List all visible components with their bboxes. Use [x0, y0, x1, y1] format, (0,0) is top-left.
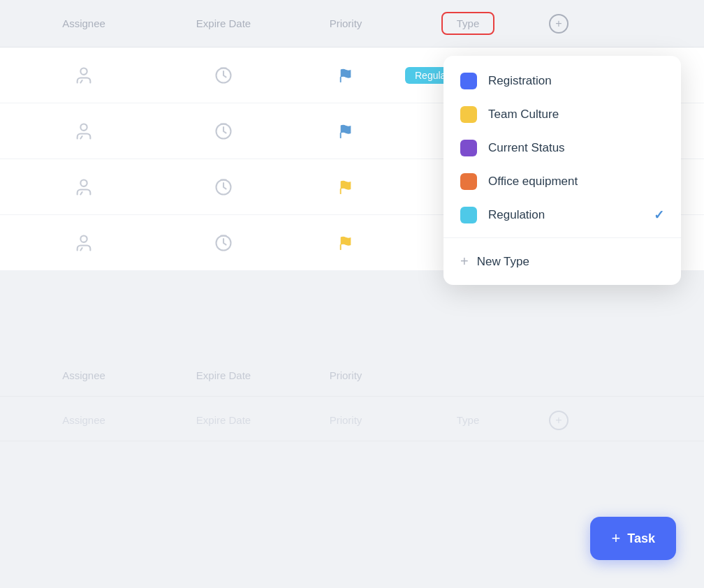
cell-expire: [154, 122, 293, 141]
dropdown-item-registration[interactable]: Registration: [443, 64, 681, 98]
section2-expire: Expire Date: [154, 414, 293, 426]
flag-yellow-icon: [338, 179, 353, 195]
header-assignee: Assignee: [14, 17, 154, 29]
section-header-1: Assignee Expire Date Priority: [0, 355, 704, 397]
clock-icon: [214, 122, 233, 141]
flag-yellow-icon: [338, 235, 353, 251]
cell-priority: [293, 235, 398, 251]
flag-blue-icon: [338, 68, 353, 83]
header-add-button[interactable]: +: [538, 14, 580, 34]
checkmark-icon: ✓: [654, 207, 664, 223]
svg-point-0: [80, 68, 87, 74]
cell-priority: [293, 179, 398, 195]
svg-point-12: [80, 235, 87, 242]
person-icon: [74, 122, 94, 141]
flag-blue-icon: [338, 124, 353, 139]
dropdown-item-regulation[interactable]: Regulation ✓: [443, 198, 681, 232]
cell-assignee: [14, 233, 154, 253]
section2-add: +: [538, 411, 580, 430]
add-column-icon-2[interactable]: +: [549, 411, 569, 430]
cell-priority: [293, 68, 398, 83]
section-assignee: Assignee: [14, 369, 154, 381]
clock-icon: [214, 66, 233, 85]
cell-assignee: [14, 177, 154, 197]
header-priority: Priority: [293, 17, 398, 29]
person-icon: [74, 66, 94, 85]
cell-assignee: [14, 122, 154, 141]
color-dot-blue: [460, 73, 477, 89]
table-header: Assignee Expire Date Priority Type +: [0, 0, 704, 47]
dropdown-item-team-culture[interactable]: Team Culture: [443, 98, 681, 131]
cell-expire: [154, 177, 293, 197]
dropdown-divider: [443, 237, 681, 238]
color-dot-purple: [460, 140, 477, 156]
section2-type: Type: [398, 414, 538, 426]
cell-assignee: [14, 66, 154, 85]
svg-point-4: [80, 124, 87, 130]
color-dot-orange: [460, 173, 477, 190]
section-expire: Expire Date: [154, 369, 293, 381]
person-icon: [74, 233, 94, 253]
dropdown-item-current-status[interactable]: Current Status: [443, 131, 681, 165]
type-header-box[interactable]: Type: [441, 12, 495, 35]
table-container: Assignee Expire Date Priority Type +: [0, 0, 704, 588]
fab-plus-icon: +: [611, 529, 620, 547]
clock-icon: [214, 233, 233, 253]
add-column-icon[interactable]: +: [549, 14, 569, 34]
type-dropdown-menu: Registration Team Culture Current Status…: [443, 56, 681, 285]
section2-priority: Priority: [293, 414, 398, 426]
dropdown-items-list: Registration Team Culture Current Status…: [443, 56, 681, 285]
plus-icon: +: [460, 253, 469, 270]
section-header-2: Assignee Expire Date Priority Type +: [0, 399, 704, 441]
dropdown-item-office-equipment[interactable]: Office equipment: [443, 165, 681, 198]
section2-assignee: Assignee: [14, 414, 154, 426]
section-priority: Priority: [293, 369, 398, 381]
svg-point-8: [80, 179, 87, 186]
color-dot-cyan: [460, 207, 477, 223]
add-task-button[interactable]: + Task: [590, 517, 676, 560]
header-expire: Expire Date: [154, 17, 293, 29]
cell-priority: [293, 124, 398, 139]
clock-icon: [214, 177, 233, 197]
cell-expire: [154, 66, 293, 85]
new-type-button[interactable]: + New Type: [443, 244, 681, 282]
header-type[interactable]: Type: [398, 12, 538, 35]
person-icon: [74, 177, 94, 197]
cell-expire: [154, 233, 293, 253]
color-dot-yellow: [460, 106, 477, 123]
